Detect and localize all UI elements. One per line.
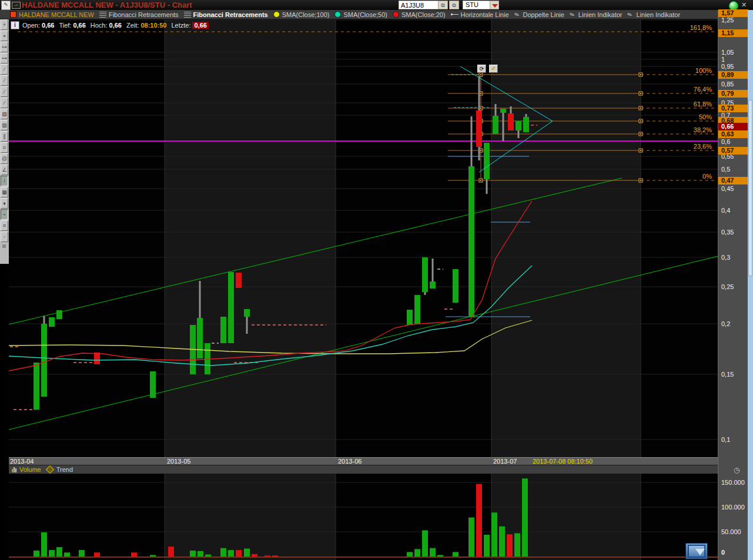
- indicator-legend-bar: HALDANE MCCALL NEWFibonacci Retracements…: [0, 10, 718, 19]
- fib-price-label: 0,63: [718, 130, 748, 138]
- volume-bar: [507, 534, 513, 556]
- fibonacci-fan-tool-icon[interactable]: ▨: [1, 109, 8, 119]
- fibonacci-arc-tool-icon[interactable]: ▨: [1, 120, 8, 130]
- legend-item-8[interactable]: Linien Indikator: [570, 11, 623, 18]
- trend-diamond-icon: [46, 465, 54, 474]
- volume-bar: [484, 535, 490, 556]
- price-scrollbar-thumb[interactable]: [748, 100, 752, 276]
- price-tick-label: 1,05: [721, 49, 734, 56]
- month-column: [165, 474, 336, 560]
- crosshair-tool-icon[interactable]: +: [1, 19, 8, 30]
- connect-tool-icon[interactable]: ⌁: [1, 209, 8, 220]
- price-scrollbar[interactable]: [748, 10, 753, 560]
- volume-bar: [49, 550, 55, 556]
- price-tick-label: 0,3: [721, 254, 730, 261]
- price-tick-label: 1,25: [721, 16, 734, 24]
- fib-icon: [184, 12, 191, 18]
- price-axis[interactable]: ◷ 1,251,0510,950,850,750,70,60,550,50,45…: [718, 10, 748, 560]
- legend-item-6[interactable]: Horizontale Linie: [451, 11, 509, 18]
- legend-item-9[interactable]: Linien Indikator: [627, 11, 680, 18]
- legend-item-4[interactable]: SMA(Close;50): [334, 11, 387, 18]
- volume-tick-label: 50.000: [721, 528, 741, 535]
- close-icon[interactable]: ✕: [740, 1, 748, 9]
- scroll-down-button[interactable]: [685, 543, 708, 559]
- symbol-input[interactable]: [399, 1, 440, 9]
- trendline-tool-3-icon[interactable]: ∕: [1, 86, 8, 97]
- fib-percent-label: 23,6%: [694, 143, 712, 150]
- alert-tool-icon[interactable]: ♦: [1, 198, 8, 209]
- price-tick-label: 0,15: [721, 371, 734, 378]
- price-tick-label: 0,25: [721, 283, 734, 290]
- trendline-tool-icon[interactable]: ∕: [1, 64, 8, 75]
- volume-bar: [79, 550, 85, 556]
- spiral-tool-icon[interactable]: @: [1, 153, 8, 164]
- price-tick-label: 0,45: [721, 185, 734, 192]
- trendline-tool-2-icon[interactable]: ∕: [1, 75, 8, 86]
- symbol-list-button[interactable]: ⧉: [449, 1, 459, 9]
- dot-icon: [393, 11, 399, 18]
- target-tool-icon[interactable]: ⌖: [1, 31, 8, 41]
- price-chart-area[interactable]: i Open:0,66Tief:0,66Hoch:0,66Zeit:08:10:…: [9, 19, 718, 457]
- legend-item-label: Linien Indikator: [636, 11, 680, 18]
- clock-icon[interactable]: ◷: [734, 466, 739, 474]
- symbol-search-button[interactable]: ⧉: [438, 1, 448, 9]
- legend-item-1[interactable]: Fibonacci Retracements: [99, 11, 179, 18]
- trend-label[interactable]: Trend: [56, 466, 73, 473]
- toolbar-resize-handle[interactable]: [2, 244, 6, 248]
- date-axis[interactable]: 2013-042013-052013-062013-072013-07-08 0…: [9, 457, 718, 465]
- vertical-lines-tool-icon[interactable]: ∥: [1, 131, 8, 142]
- volume-bar: [56, 547, 62, 556]
- misc-tool-icon[interactable]: ◦: [1, 232, 8, 242]
- drawing-properties-button[interactable]: ⟳: [477, 65, 486, 73]
- fibonacci-retracement-tool-icon[interactable]: ≡: [1, 142, 8, 153]
- fib-handle-dot: [480, 150, 481, 151]
- fib-handle-dot: [640, 180, 641, 181]
- exchange-dropdown-button[interactable]: [490, 1, 499, 9]
- legend-item-5[interactable]: SMA(Close;20): [393, 11, 446, 18]
- candle: [34, 363, 39, 410]
- angle-tool-icon[interactable]: ∠: [1, 165, 8, 175]
- pin-window-icon[interactable]: -▫: [12, 2, 21, 9]
- candle: [484, 143, 490, 179]
- candle: [468, 166, 474, 317]
- candle: [41, 324, 47, 397]
- candle: [228, 272, 234, 343]
- exchange-select[interactable]: STU: [463, 1, 493, 9]
- info-field-value: 0,66: [73, 22, 85, 29]
- candle: [476, 110, 482, 147]
- horizontal-line-tool-icon[interactable]: ⊶: [1, 42, 8, 52]
- horizontal-ray-tool-icon[interactable]: ⊶: [1, 53, 8, 63]
- legend-item-2[interactable]: Fibonacci Retracements: [184, 11, 268, 18]
- volume-bar: [468, 518, 474, 556]
- month-column: [491, 19, 641, 457]
- trendline-tool-4-icon[interactable]: ∕: [1, 98, 8, 108]
- volume-bar: [64, 552, 70, 556]
- volume-chart-area[interactable]: [9, 474, 718, 560]
- legend-item-7[interactable]: Doppelte Linie: [514, 11, 564, 18]
- volume-tick-label: 150.000: [721, 479, 745, 486]
- fib-handle-dot: [480, 180, 481, 181]
- legend-item-label: Fibonacci Retracements: [193, 11, 268, 18]
- legend-item-0[interactable]: HALDANE MCCALL NEW: [10, 11, 94, 18]
- price-tick-label: 0,85: [721, 81, 734, 88]
- volume-bar: [94, 552, 100, 556]
- volume-label[interactable]: Volume: [19, 466, 41, 473]
- info-tool-icon[interactable]: i: [1, 176, 8, 186]
- print-tool-icon[interactable]: ¤: [1, 220, 8, 231]
- legend-item-label: HALDANE MCCALL NEW: [19, 11, 94, 18]
- fib-price-label: 0,73: [718, 105, 748, 112]
- month-column: [641, 19, 718, 457]
- legend-item-3[interactable]: SMA(Close;100): [273, 11, 330, 18]
- grid-tool-icon[interactable]: ▩: [1, 187, 8, 197]
- volume-panel-header: Volume Trend: [9, 465, 718, 474]
- fib-icon: [99, 12, 106, 18]
- volume-bar: [34, 551, 39, 556]
- legend-item-label: Doppelte Linie: [523, 11, 564, 18]
- legend-item-label: Fibonacci Retracements: [109, 11, 179, 18]
- volume-bar: [150, 555, 156, 556]
- month-column: [336, 19, 491, 457]
- price-tick-label: 0,35: [721, 229, 734, 236]
- legend-item-label: SMA(Close;20): [401, 11, 446, 18]
- fib-percent-label: 50%: [699, 113, 712, 120]
- drawing-style-button[interactable]: ✐: [489, 65, 498, 73]
